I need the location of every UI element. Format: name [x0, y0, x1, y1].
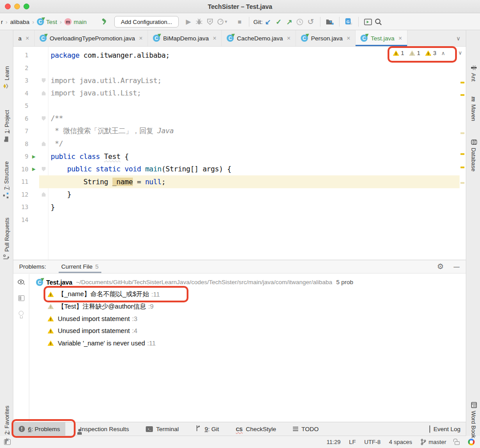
open-preview-icon[interactable]: [18, 295, 24, 301]
translate-icon[interactable]: G☆: [344, 16, 354, 27]
tabs-more-chevron-icon[interactable]: ∨: [451, 30, 466, 46]
tab-current-file[interactable]: Current File 5: [59, 260, 101, 273]
tool-window-button--problems[interactable]: !6: Problems: [13, 422, 65, 436]
console-icon[interactable]: [363, 16, 373, 27]
quick-fix-bulb-icon[interactable]: [19, 311, 24, 316]
code-line-2[interactable]: 2: [13, 62, 466, 75]
editor-tab-a[interactable]: a×: [13, 30, 35, 46]
inspections-widget[interactable]: !1 !1 !3 ∧: [393, 50, 445, 56]
error-stripe-mark[interactable]: [460, 132, 464, 134]
fold-marker-icon[interactable]: [42, 116, 46, 121]
problem-item[interactable]: !Unused import statement:3: [30, 313, 466, 325]
run-line-icon[interactable]: ▶: [28, 154, 39, 159]
google-translate-engine-icon[interactable]: [468, 439, 475, 445]
tool-window-button-checkstyle[interactable]: CSCheckStyle: [231, 422, 282, 436]
view-options-eye-icon[interactable]: [17, 279, 25, 285]
breadcrumb-class[interactable]: Test: [46, 19, 57, 25]
problems-file-row[interactable]: C Test.java ~/Documents/GitHub/TechSiste…: [30, 276, 466, 288]
breadcrumb-package[interactable]: alibaba: [10, 19, 30, 25]
strip-button-pull-requests[interactable]: Pull Requests: [3, 218, 10, 260]
git-update-icon[interactable]: ↙: [263, 16, 273, 27]
code-line-14[interactable]: 14: [13, 214, 466, 226]
prev-problem-chevron-icon[interactable]: ∧: [441, 50, 445, 56]
editor-tab-Test.java[interactable]: CTest.java×: [356, 30, 407, 46]
indent-indicator[interactable]: 4 spaces: [389, 439, 412, 445]
strip-button-word-book[interactable]: Word Book: [470, 402, 477, 438]
lock-icon[interactable]: [455, 441, 460, 445]
strip-button-ant[interactable]: Ant: [469, 65, 477, 82]
code-line-3[interactable]: 3import java.util.ArrayList;: [13, 74, 466, 87]
problem-item[interactable]: !Variable '_name' is never used:11: [30, 337, 466, 349]
code-line-13[interactable]: 13}: [13, 201, 466, 214]
tool-window-button-todo[interactable]: TODO: [288, 422, 324, 436]
problem-item[interactable]: !Unused import statement:4: [30, 325, 466, 337]
code-line-5[interactable]: 5: [13, 99, 466, 112]
profiler-dropdown-icon[interactable]: ▼: [224, 20, 228, 24]
gear-icon[interactable]: ⚙: [437, 262, 444, 271]
run-with-coverage-button[interactable]: [204, 16, 215, 27]
close-tab-icon[interactable]: ×: [213, 35, 216, 42]
add-configuration-button[interactable]: Add Configuration...: [114, 16, 179, 28]
code-line-10[interactable]: 10▶ public static void main(String[] arg…: [13, 163, 466, 176]
fold-marker-icon[interactable]: [42, 167, 46, 171]
tool-window-button-event-log[interactable]: Event Log: [424, 422, 466, 436]
close-tab-icon[interactable]: ×: [399, 35, 402, 42]
stop-button[interactable]: ■: [234, 16, 245, 27]
git-push-icon[interactable]: ↗: [284, 16, 295, 27]
problem-item[interactable]: !【Test】注释缺少@author信息:9: [30, 301, 466, 313]
tool-window-button--git[interactable]: 9: Git: [190, 422, 224, 436]
strip-button-learn[interactable]: Learn: [3, 66, 10, 89]
code-line-11[interactable]: 11 String _name = null;: [13, 175, 466, 188]
project-structure-icon[interactable]: [324, 16, 335, 27]
code-line-4[interactable]: 4import java.util.List;: [13, 87, 466, 100]
breadcrumb-method[interactable]: main: [74, 19, 87, 25]
close-tab-icon[interactable]: ×: [139, 35, 143, 42]
git-branch-widget[interactable]: master: [420, 439, 446, 445]
editor-tab-CacheDemo.java[interactable]: CCacheDemo.java×: [222, 30, 296, 46]
code-editor[interactable]: 1package com.itwanger.alibaba;23import j…: [13, 47, 466, 260]
strip-button--project[interactable]: 1: Project: [3, 110, 10, 143]
build-hammer-icon[interactable]: [99, 16, 110, 27]
error-stripe-mark[interactable]: [460, 153, 464, 155]
close-tab-icon[interactable]: ×: [287, 35, 291, 42]
class-icon: C: [227, 35, 234, 42]
run-line-icon[interactable]: ▶: [28, 167, 39, 171]
editor-tab-Person.java[interactable]: CPerson.java×: [296, 30, 356, 46]
code-line-6[interactable]: 6/**: [13, 112, 466, 125]
fold-marker-icon[interactable]: [42, 142, 46, 146]
error-stripe-mark[interactable]: [460, 82, 464, 83]
close-tab-icon[interactable]: ×: [26, 35, 29, 42]
code-line-7[interactable]: 7 * 微信搜索「沉默王二」，回复 Java: [13, 125, 466, 138]
breadcrumb-project[interactable]: r: [1, 19, 3, 25]
hide-panel-icon[interactable]: —: [454, 263, 460, 270]
code-line-8[interactable]: 8 */: [13, 138, 466, 151]
editor-tab-BiMapDemo.java[interactable]: CBiMapDemo.java×: [148, 30, 222, 46]
code-line-9[interactable]: 9▶public class Test {: [13, 150, 466, 163]
strip-button--favorites[interactable]: ★2: Favorites: [3, 406, 10, 443]
close-tab-icon[interactable]: ×: [347, 35, 350, 42]
editor-tab-OverloadingTypePromotion.java[interactable]: COverloadingTypePromotion.java×: [35, 30, 148, 46]
error-stripe-mark[interactable]: [460, 182, 464, 184]
code-line-12[interactable]: 12 }: [13, 188, 466, 201]
line-ending-indicator[interactable]: LF: [349, 439, 356, 445]
error-stripe-mark[interactable]: [460, 94, 464, 96]
problem-item[interactable]: !【_name】命名不能以_或$开始:11: [30, 288, 466, 301]
warning-icon: !: [425, 51, 431, 56]
fold-marker-icon[interactable]: [42, 91, 46, 95]
tool-window-button-terminal[interactable]: ›_Terminal: [140, 422, 184, 436]
strip-button-database[interactable]: Database: [469, 139, 477, 172]
git-commit-icon[interactable]: ✓: [273, 16, 284, 27]
next-problem-chevron-icon[interactable]: ∨: [458, 50, 462, 56]
git-history-icon[interactable]: [295, 16, 305, 27]
tool-window-button-inspection-results[interactable]: Inspection Results: [72, 422, 134, 436]
search-everywhere-icon[interactable]: [373, 16, 384, 27]
run-button[interactable]: ▶: [183, 16, 194, 27]
strip-button--structure[interactable]: 7: Structure: [3, 161, 10, 198]
strip-button-maven[interactable]: mMaven: [469, 96, 477, 121]
fold-marker-icon[interactable]: [42, 192, 46, 197]
git-rollback-icon[interactable]: ↺: [305, 16, 316, 27]
debug-button[interactable]: [194, 16, 204, 27]
error-stripe-mark[interactable]: [460, 167, 464, 168]
encoding-indicator[interactable]: UTF-8: [364, 439, 380, 445]
fold-marker-icon[interactable]: [42, 78, 46, 83]
